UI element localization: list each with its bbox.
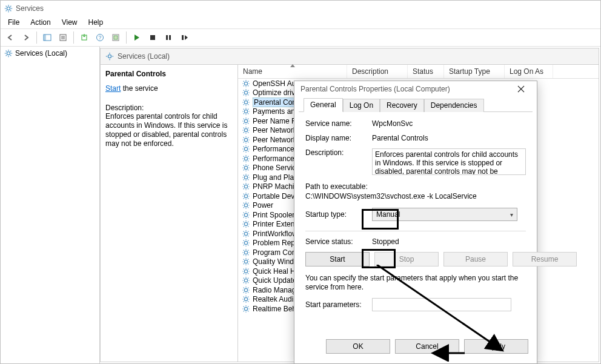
gear-icon	[242, 248, 250, 257]
restart-service-button[interactable]	[177, 30, 191, 45]
label-service-status: Service status:	[305, 237, 372, 246]
svg-line-32	[10, 51, 11, 51]
svg-point-209	[244, 260, 247, 263]
svg-line-107	[248, 151, 248, 151]
cancel-button[interactable]: Cancel	[395, 339, 459, 354]
stop-service-button[interactable]	[145, 30, 160, 45]
svg-line-198	[244, 245, 244, 245]
svg-line-197	[248, 245, 248, 245]
svg-line-79	[244, 119, 244, 119]
svg-line-44	[248, 85, 248, 86]
svg-point-164	[244, 213, 247, 216]
start-button[interactable]: Start	[305, 252, 370, 266]
dialog-body: Service name: WpcMonSvc Display name: Pa…	[294, 112, 537, 336]
svg-line-172	[248, 213, 248, 213]
menu-action[interactable]: Action	[25, 17, 55, 28]
svg-line-225	[244, 273, 244, 274]
dialog-close-button[interactable]	[511, 83, 531, 95]
tab-recovery[interactable]: Recovery	[380, 99, 424, 112]
tab-dependencies[interactable]: Dependencies	[424, 99, 484, 112]
gear-icon	[242, 230, 250, 238]
svg-line-152	[248, 198, 248, 199]
svg-line-70	[244, 109, 244, 110]
detail-pane: Parental Controls Start the service Desc…	[101, 65, 238, 362]
svg-point-101	[244, 148, 247, 151]
svg-point-38	[244, 82, 247, 85]
apply-button[interactable]: Apply	[464, 339, 528, 354]
svg-line-80	[248, 123, 248, 124]
svg-line-115	[244, 156, 244, 157]
menu-help[interactable]: Help	[84, 17, 108, 28]
value-service-status: Stopped	[372, 237, 526, 246]
svg-line-205	[244, 250, 244, 251]
gear-icon	[242, 173, 250, 182]
column-header-startup[interactable]: Startup Type	[444, 65, 505, 78]
export-list-button[interactable]	[77, 30, 91, 45]
column-label-startup: Startup Type	[449, 67, 490, 76]
value-description[interactable]: Enforces parental controls for child acc…	[372, 148, 526, 175]
properties-button[interactable]	[56, 30, 70, 45]
column-header-status[interactable]: Status	[408, 65, 444, 78]
ok-button[interactable]: OK	[326, 339, 390, 354]
pause-button[interactable]: Pause	[443, 252, 508, 266]
tab-general[interactable]: General	[304, 98, 343, 112]
svg-line-144	[244, 188, 244, 189]
main-header-label: Services (Local)	[118, 52, 170, 61]
menu-view[interactable]: View	[57, 17, 82, 28]
refresh-button[interactable]	[108, 30, 123, 45]
gear-icon	[242, 182, 250, 191]
svg-line-244	[248, 288, 248, 288]
gear-icon	[242, 164, 250, 172]
svg-line-233	[248, 282, 248, 283]
svg-line-163	[248, 203, 248, 204]
svg-line-243	[244, 292, 244, 293]
svg-line-251	[248, 301, 248, 302]
start-params-input[interactable]	[372, 298, 511, 311]
description-label: Description:	[105, 104, 233, 112]
svg-line-99	[244, 142, 244, 142]
svg-line-180	[244, 226, 244, 227]
svg-line-171	[244, 217, 244, 217]
svg-line-46	[248, 81, 248, 82]
svg-line-151	[244, 194, 244, 194]
svg-line-234	[244, 282, 244, 283]
list-header: Name Description Status Startup Type Log…	[238, 65, 599, 79]
svg-line-88	[244, 128, 244, 128]
startup-type-select[interactable]: Manual ▾	[372, 208, 517, 221]
column-header-logon[interactable]: Log On As	[505, 65, 553, 78]
gear-icon	[242, 98, 250, 107]
toolbar: ?	[1, 28, 600, 47]
forward-button[interactable]	[19, 30, 33, 45]
svg-rect-22	[169, 35, 171, 40]
gear-icon	[105, 52, 114, 61]
gear-icon	[242, 276, 250, 285]
gear-icon	[242, 126, 250, 134]
back-button[interactable]	[3, 30, 18, 45]
svg-line-235	[248, 278, 248, 279]
pause-service-button[interactable]	[161, 30, 176, 45]
svg-text:?: ?	[98, 35, 101, 41]
svg-line-125	[248, 170, 248, 170]
column-label-description: Description	[352, 67, 388, 76]
svg-line-126	[244, 170, 244, 170]
svg-point-74	[244, 119, 247, 122]
start-service-link[interactable]: Start	[105, 84, 121, 93]
svg-line-116	[248, 160, 248, 161]
svg-point-236	[244, 288, 247, 291]
svg-line-241	[244, 288, 244, 288]
resume-button[interactable]: Resume	[513, 252, 577, 266]
help-button[interactable]: ?	[93, 30, 107, 45]
menu-file[interactable]: File	[3, 17, 24, 28]
gear-icon	[242, 88, 250, 97]
start-service-button[interactable]	[130, 30, 144, 45]
stop-button[interactable]: Stop	[374, 252, 439, 266]
svg-line-199	[248, 240, 248, 241]
show-hide-tree-button[interactable]	[40, 30, 55, 45]
divider	[305, 231, 526, 231]
tab-log-on[interactable]: Log On	[343, 99, 380, 112]
svg-point-0	[7, 7, 10, 10]
svg-line-154	[248, 194, 248, 194]
column-header-description[interactable]: Description	[347, 65, 408, 78]
column-header-name[interactable]: Name	[238, 65, 347, 78]
tree-root-item[interactable]: Services (Local)	[3, 48, 97, 58]
